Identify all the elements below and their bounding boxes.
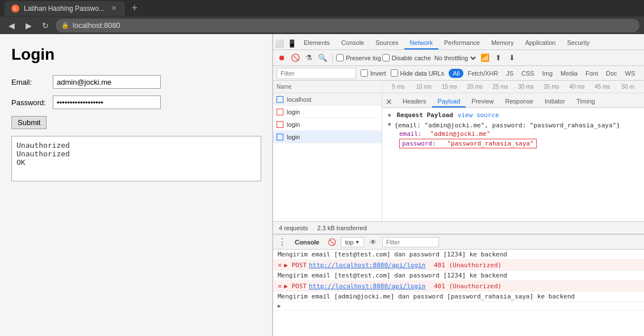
transfer-size: 2.3 kB transferred: [317, 225, 366, 231]
network-content: localhost login login login: [273, 93, 644, 221]
console-log-4: Mengirim email [admin@jocki.me] dan pass…: [273, 292, 644, 302]
throttling-select[interactable]: No throttling: [432, 54, 478, 62]
tab-close-button[interactable]: ✕: [109, 4, 118, 13]
filter-btn-js[interactable]: JS: [502, 69, 517, 78]
clear-button[interactable]: 🚫: [289, 52, 302, 64]
payload-expand-icon: ▼: [388, 122, 391, 127]
online-icon[interactable]: 📶: [479, 52, 491, 64]
search-button[interactable]: 🔍: [316, 52, 329, 64]
timeline-40ms: 40 ms: [564, 84, 589, 90]
close-details-button[interactable]: ✕: [383, 96, 395, 107]
disable-cache-group: Disable cache: [382, 54, 431, 61]
timeline-20ms: 20 ms: [462, 84, 488, 90]
filter-btn-all[interactable]: All: [449, 69, 463, 78]
console-filter-input[interactable]: [382, 237, 439, 247]
main-container: Login Email: Password: Submit Unauthoriz…: [0, 34, 644, 336]
filter-btn-ws[interactable]: WS: [621, 69, 639, 78]
tab-sources[interactable]: Sources: [370, 37, 404, 49]
console-eye-icon[interactable]: 👁: [367, 237, 379, 248]
payload-full-json-line: ▼ {email: "admin@jocki.me", password: "p…: [388, 121, 638, 130]
request-item-localhost[interactable]: localhost: [273, 93, 382, 106]
invert-label: Invert: [370, 70, 386, 77]
request-item-login-3[interactable]: login: [273, 131, 382, 143]
filter-btn-doc[interactable]: Doc: [602, 69, 621, 78]
devtools-device-icon[interactable]: 📱: [286, 37, 298, 49]
req-icon-login-1: [277, 109, 283, 115]
forward-button[interactable]: ▶: [22, 19, 35, 32]
request-item-login-2[interactable]: login: [273, 118, 382, 131]
request-name-login-2: login: [287, 121, 300, 128]
filter-btn-fetch-xhr[interactable]: Fetch/XHR: [463, 69, 502, 78]
error-link-3[interactable]: http://localhost:8080/api/login: [309, 283, 425, 290]
request-tab-timing[interactable]: Timing: [571, 96, 601, 107]
request-tab-initiator[interactable]: Initiator: [539, 96, 571, 107]
password-form-group: Password:: [11, 96, 261, 109]
browser-chrome: L Latihan Hashing Passwo... ✕ + ◀ ▶ ↻ 🔒 …: [0, 0, 644, 34]
back-button[interactable]: ◀: [5, 19, 18, 32]
disable-cache-label: Disable cache: [392, 55, 431, 61]
tab-console[interactable]: Console: [336, 37, 370, 49]
request-tab-preview[interactable]: Preview: [466, 96, 499, 107]
filter-input[interactable]: [277, 68, 356, 79]
new-tab-button[interactable]: +: [127, 1, 142, 16]
console-toolbar: ⋮ Console 🚫 top ▼ 👁: [273, 235, 644, 250]
console-log-expand: ▶: [273, 302, 644, 310]
console-clear-button[interactable]: 🚫: [326, 237, 337, 248]
filter-btn-media[interactable]: Media: [557, 69, 582, 78]
hide-data-urls-group: Hide data URLs: [391, 69, 445, 77]
filter-btn-css[interactable]: CSS: [517, 69, 538, 78]
timeline-50ms: 50 m: [615, 84, 641, 90]
output-line-3: OK: [16, 158, 256, 167]
timeline-10ms: 10 ms: [411, 84, 437, 90]
request-tab-payload[interactable]: Payload: [432, 96, 466, 107]
filter-btn-font[interactable]: Font: [582, 69, 602, 78]
request-tab-response[interactable]: Response: [499, 96, 539, 107]
email-input[interactable]: [53, 75, 161, 89]
reload-button[interactable]: ↻: [39, 19, 52, 32]
tab-application[interactable]: Application: [520, 37, 562, 49]
hide-data-urls-checkbox[interactable]: [391, 69, 398, 77]
preserve-log-checkbox[interactable]: [336, 54, 344, 61]
request-name-localhost: localhost: [287, 96, 311, 103]
record-button[interactable]: ⏺: [275, 52, 288, 64]
tab-elements[interactable]: Elements: [298, 37, 336, 49]
console-menu-icon[interactable]: ⋮: [277, 237, 288, 248]
request-item-login-1[interactable]: login: [273, 106, 382, 118]
browser-tab-bar: L Latihan Hashing Passwo... ✕ +: [0, 0, 644, 16]
payload-section-title: Request Payload: [396, 111, 453, 119]
tab-memory[interactable]: Memory: [486, 37, 520, 49]
timeline-name-col-header: Name: [273, 84, 382, 90]
console-content: Mengirim email [test@test.com] dan passw…: [273, 250, 644, 336]
request-tab-headers[interactable]: Headers: [397, 96, 432, 107]
devtools-tab-bar: ⬜ 📱 Elements Console Sources Network Per…: [273, 34, 644, 50]
console-top-selector[interactable]: top ▼: [341, 237, 363, 247]
download-icon[interactable]: ⬇: [506, 52, 518, 64]
payload-content: ▼ Request Payload view source ▼ {email: …: [382, 108, 644, 221]
network-requests-panel: localhost login login login: [273, 93, 382, 221]
invert-checkbox[interactable]: [361, 69, 368, 77]
upload-icon[interactable]: ⬆: [492, 52, 505, 64]
address-bar[interactable]: 🔒 localhost:8080: [56, 19, 639, 32]
filter-toggle-button[interactable]: ⚗: [303, 52, 315, 64]
disable-cache-checkbox[interactable]: [382, 54, 390, 61]
browser-tab-active[interactable]: L Latihan Hashing Passwo... ✕: [5, 1, 125, 16]
error-link-1[interactable]: http://localhost:8080/api/login: [309, 262, 425, 269]
console-log-2: Mengirim email [test@test.com] dan passw…: [273, 271, 644, 281]
tab-performance[interactable]: Performance: [438, 37, 486, 49]
console-log-0: Mengirim email [test@test.com] dan passw…: [273, 250, 644, 260]
network-toolbar: ⏺ 🚫 ⚗ 🔍 Preserve log Disable cache No th…: [273, 50, 644, 66]
request-details-tabs: ✕ Headers Payload Preview Response Initi…: [382, 93, 644, 108]
tab-title: Latihan Hashing Passwo...: [24, 5, 104, 13]
submit-button[interactable]: Submit: [11, 116, 47, 129]
tab-security[interactable]: Security: [561, 37, 595, 49]
filter-btn-img[interactable]: Img: [538, 69, 557, 78]
console-error-1: ✕ ▶ POST http://localhost:8080/api/login…: [273, 260, 644, 271]
network-timeline-header: Name 5 ms 10 ms 15 ms 20 ms 25 ms 30 ms …: [273, 81, 644, 93]
devtools-inspect-icon[interactable]: ⬜: [273, 37, 286, 49]
tab-network[interactable]: Network: [404, 37, 438, 49]
password-input[interactable]: [53, 96, 161, 109]
view-source-link[interactable]: view source: [458, 111, 499, 119]
requests-count: 4 requests: [279, 225, 308, 231]
filter-type-buttons: All Fetch/XHR JS CSS Img Media Font Doc …: [449, 69, 639, 78]
payload-password-value: "password_rahasia_saya": [447, 140, 533, 147]
